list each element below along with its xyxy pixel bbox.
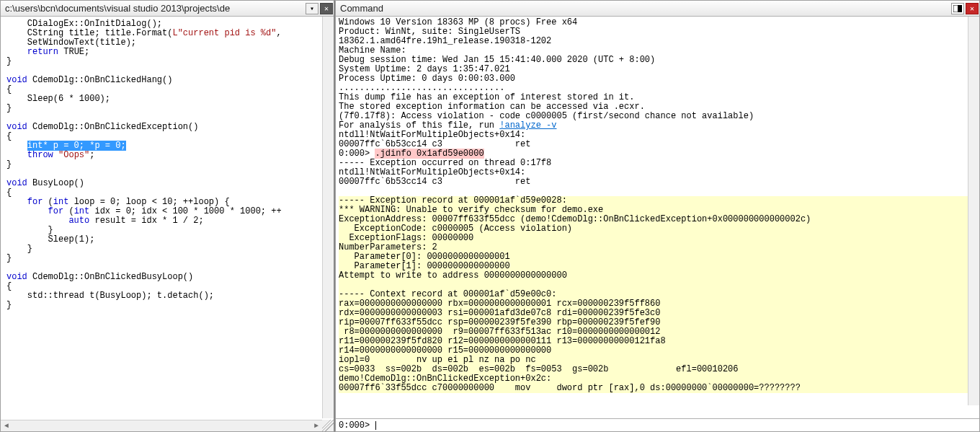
command-input-row: 0:000> [336,418,979,431]
source-title: c:\users\bcn\documents\visual studio 201… [5,3,305,14]
svg-rect-1 [958,5,962,12]
analyze-link[interactable]: !analyze -v [499,120,556,131]
source-titlebar: c:\users\bcn\documents\visual studio 201… [1,1,334,17]
exception-info-block: ----- Exception record at 000001af`d59e0… [339,196,975,393]
scroll-left-icon[interactable]: ◄ [1,420,12,432]
dock-icon [953,5,962,12]
sizegrip-icon[interactable] [322,420,334,431]
highlighted-line[interactable]: int* p = 0; *p = 0; [27,141,126,151]
command-pane: Command ✕ Windows 10 Version 18363 MP (8… [335,0,980,432]
source-code[interactable]: CDialogEx::OnInitDialog(); CString title… [1,17,334,313]
entered-command: .jdinfo 0x1afd59e0000 [375,149,484,159]
command-output[interactable]: Windows 10 Version 18363 MP (8 procs) Fr… [336,17,979,396]
source-hscrollbar[interactable]: ◄ ► [1,420,322,431]
scroll-right-icon[interactable]: ► [311,420,322,432]
dropdown-icon[interactable]: ▾ [306,3,318,14]
source-content: CDialogEx::OnInitDialog(); CString title… [1,17,334,431]
caret-icon [375,421,376,430]
close-command-button[interactable]: ✕ [966,3,979,14]
source-pane: c:\users\bcn\documents\visual studio 201… [0,0,335,432]
close-source-button[interactable]: ✕ [320,3,333,14]
dock-button[interactable] [951,3,964,14]
command-prompt-label: 0:000> [339,420,370,431]
source-vscrollbar[interactable] [322,17,334,418]
command-title: Command [340,3,950,14]
command-titlebar: Command ✕ [336,1,979,17]
command-vscrollbar[interactable] [968,17,979,405]
command-input[interactable] [370,420,976,431]
command-content: Windows 10 Version 18363 MP (8 procs) Fr… [336,17,979,418]
